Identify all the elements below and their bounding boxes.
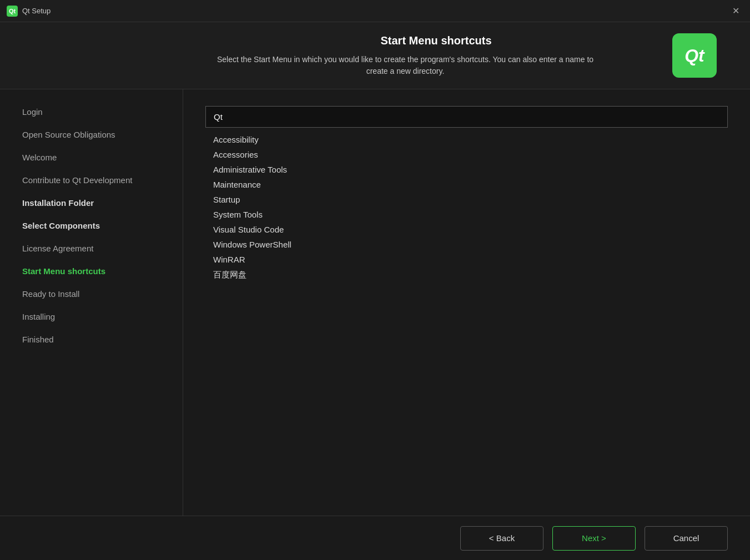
sidebar-item-finished[interactable]: Finished: [0, 328, 183, 351]
list-item[interactable]: Startup: [205, 192, 728, 207]
list-item[interactable]: Windows PowerShell: [205, 237, 728, 252]
cancel-button[interactable]: Cancel: [645, 526, 728, 551]
qt-logo: Qt: [672, 33, 717, 78]
header-title: Start Menu shortcuts: [211, 34, 661, 47]
close-button[interactable]: ✕: [728, 3, 743, 19]
list-item[interactable]: Accessories: [205, 147, 728, 162]
footer: < Back Next > Cancel: [0, 516, 750, 560]
sidebar: Login Open Source Obligations Welcome Co…: [0, 89, 183, 516]
qt-logo-text: Qt: [684, 46, 704, 66]
sidebar-item-license-agreement[interactable]: License Agreement: [0, 237, 183, 260]
sidebar-item-select-components[interactable]: Select Components: [0, 214, 183, 237]
header-text-block: Start Menu shortcuts Select the Start Me…: [211, 34, 661, 77]
next-button[interactable]: Next >: [552, 526, 636, 551]
sidebar-item-login[interactable]: Login: [0, 100, 183, 123]
app-icon-small: Qt: [7, 6, 18, 17]
list-item[interactable]: 百度网盘: [205, 267, 728, 283]
back-button[interactable]: < Back: [460, 526, 543, 551]
list-item[interactable]: Accessibility: [205, 132, 728, 147]
header-description: Select the Start Menu in which you would…: [211, 54, 600, 77]
list-item[interactable]: Visual Studio Code: [205, 222, 728, 237]
window-title: Qt Setup: [22, 7, 51, 15]
list-item[interactable]: WinRAR: [205, 252, 728, 267]
sidebar-item-installing[interactable]: Installing: [0, 305, 183, 328]
list-item[interactable]: Maintenance: [205, 177, 728, 192]
menu-items-list: Accessibility Accessories Administrative…: [205, 132, 728, 283]
list-item[interactable]: Administrative Tools: [205, 162, 728, 177]
sidebar-item-start-menu-shortcuts[interactable]: Start Menu shortcuts: [0, 260, 183, 282]
sidebar-item-installation-folder[interactable]: Installation Folder: [0, 191, 183, 214]
content-area: Accessibility Accessories Administrative…: [183, 89, 750, 516]
sidebar-item-welcome[interactable]: Welcome: [0, 146, 183, 169]
main-content: Login Open Source Obligations Welcome Co…: [0, 89, 750, 516]
sidebar-item-ready-to-install[interactable]: Ready to Install: [0, 282, 183, 305]
sidebar-item-contribute[interactable]: Contribute to Qt Development: [0, 169, 183, 191]
start-menu-input[interactable]: [205, 106, 728, 128]
sidebar-item-open-source-obligations[interactable]: Open Source Obligations: [0, 123, 183, 146]
list-item[interactable]: System Tools: [205, 207, 728, 222]
title-bar-left: Qt Qt Setup: [7, 6, 51, 17]
header: Start Menu shortcuts Select the Start Me…: [0, 22, 750, 89]
title-bar: Qt Qt Setup ✕: [0, 0, 750, 22]
